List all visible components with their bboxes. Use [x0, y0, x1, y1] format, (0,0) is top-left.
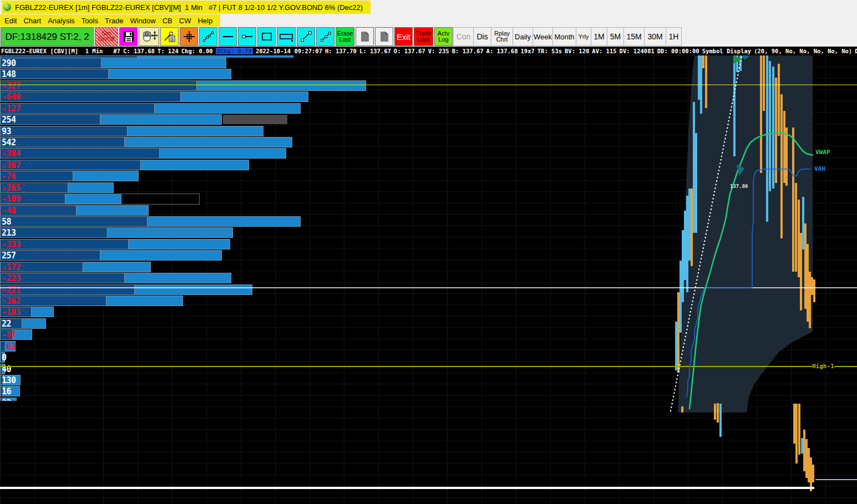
duplicate-chart-button[interactable] [375, 27, 393, 46]
trendline-alt-tool-button[interactable] [316, 27, 334, 46]
status-segment: DV: 124081 [620, 48, 655, 54]
overlay-lines-layer [0, 55, 857, 504]
vwap-line [689, 133, 813, 409]
erase-last-button[interactable]: EraseLast [336, 27, 354, 46]
high-1-line-label: High-1 [812, 363, 834, 370]
hand-move-icon [141, 30, 158, 43]
week-button[interactable]: Week [533, 27, 553, 46]
activity-log-button[interactable]: ActvLog [434, 27, 453, 46]
green-arrow-marker [733, 55, 742, 64]
5m-button-label: 5M [610, 33, 621, 40]
1m-button-label: 1M [594, 33, 604, 40]
save-chart-button[interactable] [119, 27, 138, 46]
horizontal-line-icon [221, 30, 235, 43]
menu-item-edit[interactable]: Edit [1, 17, 20, 25]
trendline-tool-button[interactable] [297, 27, 315, 46]
status-segment: DD: 00:00:00 [657, 48, 699, 54]
rectangle-tool-button[interactable] [257, 27, 276, 46]
replay-chart-button[interactable]: RplayChrt [491, 27, 513, 46]
week-button-label: Week [534, 33, 552, 40]
status-segment: (20, 90, No, No, No, No, No) [754, 48, 852, 54]
vwap-label: VWAP [815, 149, 830, 156]
menu-item-cb[interactable]: CB [159, 17, 176, 25]
menu-item-chart[interactable]: Chart [20, 17, 44, 25]
erase-last-button-label: Last [339, 37, 351, 43]
status-segment: FGBLZ22-EUREX [CBV][M] 1 Min #7 [1, 48, 120, 54]
teal-flag-top-marker [741, 55, 750, 60]
status-segment: DChg: 0.79 [216, 48, 253, 54]
1m-button[interactable]: 1M [591, 27, 607, 46]
menu-item-analysis[interactable]: Analysis [44, 17, 78, 25]
trend-price-label: 137.86 [730, 184, 748, 189]
menu-highlight: EditChartAnalysisToolsTradeWindowCBCWHel… [0, 14, 220, 27]
connect-button-label: Con [457, 33, 471, 40]
yearly-button-label: Yrly [579, 34, 589, 40]
document-icon [359, 30, 371, 43]
app-icon [3, 3, 11, 11]
measure-tool-button[interactable] [160, 27, 179, 46]
disconnect-button[interactable]: Dis [473, 27, 491, 46]
trading-platform-window: { "window": { "title": "FGBLZ22-EUREX [1… [0, 0, 857, 504]
30m-button-label: 30M [647, 33, 662, 40]
sim-onoff-button-label: On/Off [98, 37, 114, 42]
df-st-button-label: DF:1318429 ST:2, 2 [5, 32, 89, 42]
status-segment: BV: 120 [565, 48, 589, 54]
trade-lock-button[interactable]: TradeLock [414, 27, 433, 46]
menu-item-window[interactable]: Window [126, 17, 159, 25]
dotted-trend-line [671, 55, 742, 411]
status-segment: AV: 115 [592, 48, 616, 54]
wide-rectangle-tool-button[interactable] [277, 27, 296, 46]
floppy-icon [123, 30, 135, 43]
status-segment: 19x7 [520, 48, 534, 54]
1h-button[interactable]: 1H [666, 27, 682, 46]
30m-button[interactable]: 30M [644, 27, 666, 46]
15m-button[interactable]: 15M [623, 27, 645, 46]
wide-rectangle-icon [279, 30, 293, 43]
parallel-lines-tool-button[interactable] [199, 27, 217, 46]
new-chart-button[interactable] [356, 27, 374, 46]
hand-drag-button[interactable] [139, 27, 159, 46]
status-segment: L: 137.67 [359, 48, 391, 54]
status-segment: Chg: 0.00 [181, 48, 213, 54]
menu-item-trade[interactable]: Trade [102, 17, 126, 25]
crosshair-icon [182, 30, 196, 43]
title-highlight: FGBLZ22-EUREX [1m] FGBLZ22-EUREX [CBV][M… [2, 1, 371, 14]
5m-button[interactable]: 5M [607, 27, 624, 46]
connect-button[interactable]: Con [453, 27, 474, 46]
df-st-button[interactable]: DF:1318429 ST:2, 2 [1, 27, 94, 46]
line-calculator-icon [163, 30, 176, 43]
sim-onoff-button[interactable]: SimOn/Off [95, 27, 118, 46]
menu-item-cw[interactable]: CW [176, 17, 195, 25]
daily-button[interactable]: Daily [513, 27, 533, 46]
rectangle-icon [260, 30, 273, 43]
daily-button-label: Daily [515, 33, 531, 40]
status-segment: 2022-10-14 09:27:07 [256, 48, 322, 54]
statusbar: FGBLZ22-EUREX [CBV][M] 1 Min #7C: 137.68… [0, 47, 857, 55]
status-segment: C: 137.68 [123, 48, 155, 54]
toolbar: DF:1318429 ST:2, 2SimOn/OffEraseLastExit… [0, 27, 857, 47]
status-segment: V: 235 [428, 48, 449, 54]
window-title: FGBLZ22-EUREX [1m] FGBLZ22-EUREX [CBV][M… [15, 3, 363, 12]
status-segment: H: 137.70 [325, 48, 357, 54]
exit-button[interactable]: Exit [394, 27, 413, 46]
status-segment: A: 137.68 [486, 48, 518, 54]
month-button-label: Month [554, 33, 574, 40]
vah-label: VAH [814, 165, 825, 172]
titlebar: FGBLZ22-EUREX [1m] FGBLZ22-EUREX [CBV][M… [0, 0, 857, 14]
status-segment: TR: 53s [537, 48, 562, 54]
status-segment: O: 137.67 [394, 48, 425, 54]
trendline-alt-icon [319, 30, 332, 43]
menu-item-tools[interactable]: Tools [78, 17, 102, 25]
horizontal-line-tool-button[interactable] [219, 27, 237, 46]
ray-tool-button[interactable] [238, 27, 256, 46]
menubar: EditChartAnalysisToolsTradeWindowCBCWHel… [0, 14, 857, 27]
crosshair-tool-button[interactable] [180, 27, 198, 46]
status-segment: T: 124 [158, 48, 179, 54]
menu-item-help[interactable]: Help [194, 17, 216, 25]
chart-area[interactable]: 290148-327-640-12725493542-384-367-76-26… [0, 55, 857, 504]
exit-button-label: Exit [397, 33, 410, 41]
document-icon [378, 30, 391, 43]
month-button[interactable]: Month [552, 27, 576, 46]
parallel-diagonals-icon [202, 30, 215, 43]
yearly-button[interactable]: Yrly [576, 27, 591, 46]
